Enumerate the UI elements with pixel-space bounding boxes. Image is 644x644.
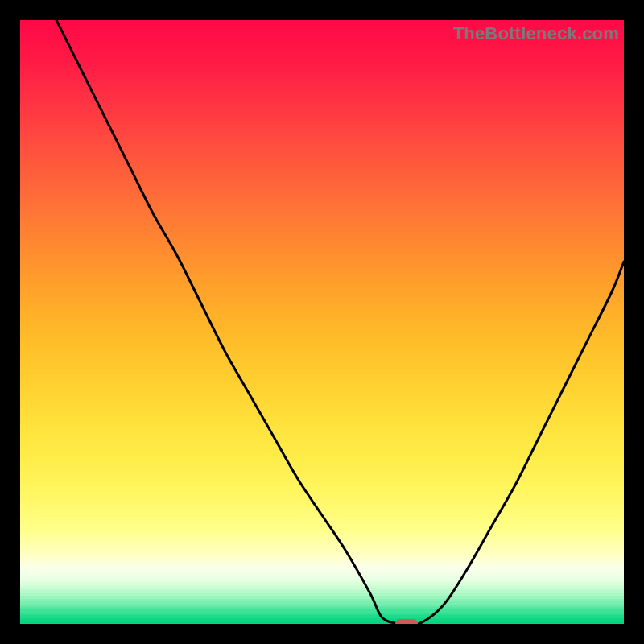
plot-area: TheBottleneck.com xyxy=(20,20,624,624)
watermark-text: TheBottleneck.com xyxy=(453,23,619,44)
chart-frame: TheBottleneck.com xyxy=(0,0,644,644)
optimal-marker xyxy=(395,619,418,624)
